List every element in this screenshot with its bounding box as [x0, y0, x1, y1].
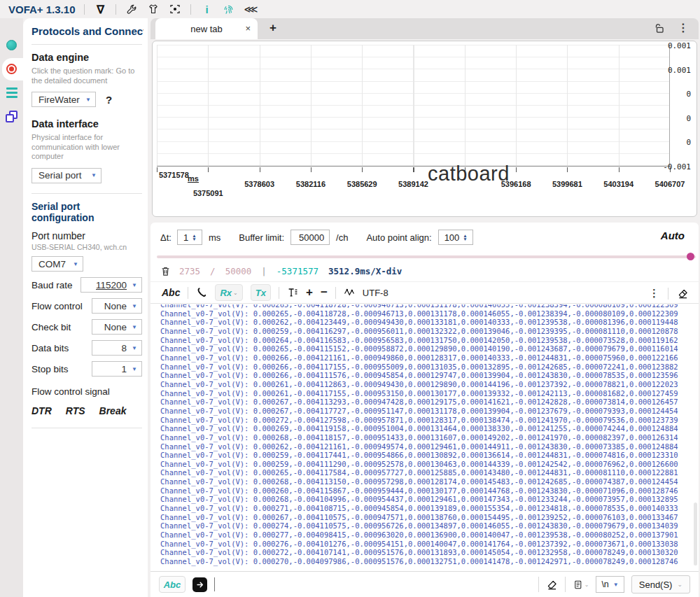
- command-list-button[interactable]: ⌄: [573, 580, 589, 590]
- stop-bits-row: Stop bits1▼: [31, 361, 144, 377]
- chevron-down-icon: ⌄: [233, 290, 238, 296]
- chevron-down-icon: ▼: [132, 324, 137, 330]
- log-line: Channel_v0-7_vol(V): 0.000259,-0.0041162…: [160, 327, 692, 336]
- log-line: Channel_v0-7_vol(V): 0.000266,-0.0041115…: [160, 371, 692, 380]
- connect-ball-icon: [6, 40, 17, 50]
- align-stepper[interactable]: ▲▼: [463, 234, 467, 241]
- menu-button[interactable]: [0, 84, 23, 101]
- trash-icon[interactable]: [160, 266, 171, 276]
- send-bar: Abc ⌄ \n ▼ Send(S) ⌄: [150, 571, 699, 597]
- log-line: Channel_v0-7_vol(V): 0.000259,-0.0041112…: [160, 460, 692, 469]
- log-line: Channel_v0-7_vol(V): 0.000274,-0.0041105…: [160, 521, 692, 531]
- stop-bits-select[interactable]: 1▼: [92, 361, 142, 377]
- toolbar-kebab-menu-icon[interactable]: ⋮: [649, 287, 659, 300]
- log-scrollbar[interactable]: [694, 503, 697, 566]
- y-axis-label: 0: [686, 90, 691, 99]
- signal-rts-button[interactable]: RTS: [66, 405, 85, 416]
- capture-icon[interactable]: [169, 3, 181, 15]
- divider: [190, 4, 191, 15]
- theme-tshirt-icon[interactable]: [147, 3, 160, 15]
- check-bit-select[interactable]: None▼: [92, 319, 142, 335]
- buffer-unit: /ch: [336, 232, 348, 243]
- chevron-down-icon: ▼: [91, 172, 97, 178]
- tx-toggle[interactable]: Tx: [251, 284, 271, 301]
- record-button[interactable]: [0, 60, 23, 77]
- chart-panel[interactable]: 0.0010.001000-0.001 53715785375091537860…: [152, 41, 697, 217]
- port-hint: USB-SERIAL CH340, wch.cn: [31, 243, 144, 253]
- tab-close-icon[interactable]: ×: [245, 23, 251, 34]
- protocols-panel: Protocols and Connectio Data engine Clic…: [23, 18, 148, 597]
- dt-stepper[interactable]: ▲▼: [192, 234, 196, 241]
- unlock-icon[interactable]: [653, 22, 665, 34]
- dt-unit: ms: [209, 232, 220, 243]
- signal-break-button[interactable]: Break: [99, 405, 127, 416]
- font-increase-button[interactable]: +: [306, 286, 313, 300]
- data-engine-select[interactable]: FireWater ▼: [31, 92, 96, 107]
- connection-status-button[interactable]: [0, 36, 23, 53]
- divider: [31, 428, 142, 428]
- data-bits-select[interactable]: 8▼: [92, 340, 142, 356]
- chevron-down-icon: ⌄: [584, 582, 589, 588]
- fingerprint-icon[interactable]: [222, 3, 234, 15]
- sampling-controls: Δt: 1 ▲▼ ms Buffer limit: 50000 /ch Auto…: [160, 229, 689, 246]
- clear-log-eraser-icon[interactable]: [677, 288, 689, 300]
- buffer-stats: 2735 / 50000 | -5371577 3512.9ms/X-div: [160, 263, 402, 279]
- log-line: Channel_v0-7_vol(V): 0.000272,-0.0041071…: [160, 548, 692, 557]
- pages-button[interactable]: [0, 108, 23, 125]
- log-line: Channel_v0-7_vol(V): 0.000270,-0.0040979…: [160, 557, 692, 566]
- check-bit-label: Check bit: [31, 322, 71, 332]
- log-line: Channel_v0-7_vol(V): 0.000266,-0.0041211…: [160, 353, 692, 363]
- slider-handle[interactable]: [687, 253, 694, 260]
- buffer-limit-input[interactable]: 50000: [290, 230, 330, 245]
- send-eraser-icon[interactable]: [546, 579, 558, 591]
- encoding-select[interactable]: UTF-8: [363, 288, 388, 298]
- tab-kebab-menu-icon[interactable]: ⋮: [678, 21, 689, 34]
- log-line: Channel_v0-7_vol(V): 0.000265,-0.0041151…: [160, 344, 692, 353]
- send-text-mode-button[interactable]: Abc: [159, 576, 186, 593]
- data-log[interactable]: Channel_v0-7_vol(V): 0.000265,-0.0041187…: [160, 304, 692, 569]
- y-axis-label: 0: [686, 114, 691, 123]
- log-line: Channel_v0-7_vol(V): 0.000265,-0.0041187…: [160, 309, 692, 318]
- data-interface-hint: Physical interface for communication wit…: [31, 133, 122, 162]
- dt-label: Δt:: [160, 232, 172, 243]
- line-ending-select[interactable]: \n ▼: [596, 576, 624, 593]
- x-axis-label: 5375091: [193, 189, 223, 197]
- log-line: Channel_v0-7_vol(V): 0.000266,-0.0041171…: [160, 363, 692, 372]
- tab-new-tab[interactable]: new tab ×: [155, 18, 258, 39]
- chevron-down-icon: ▼: [132, 345, 137, 351]
- waveform-icon[interactable]: [344, 287, 355, 298]
- baud-rate-select[interactable]: 115200▼: [80, 277, 142, 293]
- log-line: Channel_v0-7_vol(V): 0.000259,-0.0041174…: [160, 451, 692, 460]
- log-line: Channel_v0-7_vol(V): 0.000265,-0.0041187…: [160, 304, 692, 309]
- log-line: Channel_v0-7_vol(V): 0.000267,-0.0041105…: [160, 513, 692, 522]
- info-icon[interactable]: i: [200, 3, 213, 15]
- log-line: Channel_v0-7_vol(V): 0.000262,-0.0041211…: [160, 442, 692, 451]
- collapse-sidebar-icon[interactable]: ⋘: [244, 3, 256, 15]
- signal-dtr-button[interactable]: DTR: [31, 405, 52, 416]
- chevron-down-icon: ▼: [613, 582, 619, 588]
- wrench-icon[interactable]: [125, 3, 138, 15]
- pause-handset-icon[interactable]: [196, 287, 207, 298]
- data-interface-select[interactable]: Serial port ▼: [31, 168, 102, 183]
- font-decrease-button[interactable]: −: [321, 286, 328, 300]
- log-line: Channel_v0-7_vol(V): 0.000261,-0.0041128…: [160, 380, 692, 389]
- baud-rate-label: Baud rate: [31, 280, 73, 290]
- rx-toggle[interactable]: Rx⌄: [215, 284, 242, 301]
- buffer-slider[interactable]: [157, 255, 696, 258]
- add-tab-button[interactable]: +: [270, 21, 276, 35]
- plot-area[interactable]: [157, 45, 670, 167]
- vofa-logo-icon[interactable]: ∇: [94, 3, 106, 15]
- help-button[interactable]: ?: [106, 94, 112, 106]
- send-input-field[interactable]: [222, 576, 531, 593]
- y-axis-label: -0.001: [663, 162, 691, 171]
- send-file-icon[interactable]: [192, 577, 207, 592]
- send-button[interactable]: Send(S) ⌄: [631, 575, 690, 594]
- dt-input[interactable]: 1 ▲▼: [177, 230, 202, 245]
- data-engine-hint: Click the question mark: Go to the detai…: [31, 66, 144, 85]
- chevron-down-icon: ⌄: [677, 581, 682, 588]
- text-mode-button[interactable]: Abc: [162, 287, 180, 298]
- flow-control-select[interactable]: None▼: [92, 298, 142, 314]
- port-select[interactable]: COM7 ▼: [31, 256, 83, 272]
- text-align-icon[interactable]: [287, 287, 298, 298]
- auto-point-align-input[interactable]: 100 ▲▼: [438, 230, 473, 245]
